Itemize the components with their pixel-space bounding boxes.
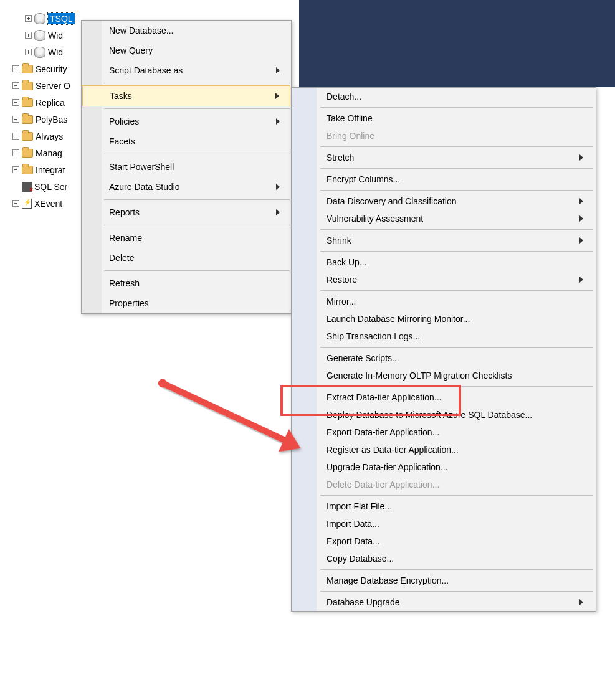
menu-item-label: Delete Data-tier Application... bbox=[327, 480, 439, 490]
expand-icon[interactable] bbox=[12, 65, 19, 72]
background-panel bbox=[299, 0, 615, 87]
menu-separator bbox=[104, 154, 290, 154]
expand-icon[interactable] bbox=[12, 82, 19, 89]
menu-item[interactable]: Ship Transaction Logs... bbox=[292, 328, 596, 345]
menu-item[interactable]: Tasks bbox=[82, 85, 290, 106]
menu-item[interactable]: Properties bbox=[82, 293, 291, 313]
submenu-arrow-icon bbox=[579, 277, 583, 283]
tree-item-label: XEvent bbox=[34, 199, 62, 209]
menu-item[interactable]: Upgrade Data-tier Application... bbox=[292, 458, 596, 476]
expand-icon[interactable] bbox=[12, 149, 19, 156]
menu-item-label: Delete bbox=[109, 253, 134, 263]
menu-item[interactable]: Generate In-Memory OLTP Migration Checkl… bbox=[292, 367, 596, 384]
menu-item-label: Take Offline bbox=[327, 113, 373, 123]
menu-item-label: Back Up... bbox=[327, 257, 367, 267]
menu-item[interactable]: Export Data... bbox=[292, 532, 596, 550]
menu-item-label: Copy Database... bbox=[327, 554, 394, 564]
menu-item-label: Mirror... bbox=[327, 296, 356, 306]
sql-agent-icon bbox=[22, 182, 32, 192]
menu-separator bbox=[320, 591, 593, 592]
folder-icon bbox=[22, 82, 33, 90]
menu-item[interactable]: New Database... bbox=[82, 21, 291, 40]
menu-item[interactable]: Extract Data-tier Application... bbox=[292, 389, 596, 406]
menu-item-label: Rename bbox=[109, 233, 142, 243]
tree-item-label: TSQL bbox=[48, 13, 75, 24]
menu-item[interactable]: Refresh bbox=[82, 273, 291, 293]
menu-item-label: Refresh bbox=[109, 278, 140, 288]
database-context-menu: New Database...New QueryScript Database … bbox=[81, 20, 292, 314]
menu-separator bbox=[320, 347, 593, 348]
menu-item-label: Bring Online bbox=[327, 131, 374, 141]
menu-item[interactable]: Deploy Database to Microsoft Azure SQL D… bbox=[292, 406, 596, 423]
menu-item[interactable]: Vulnerability Assessment bbox=[292, 210, 596, 227]
menu-item[interactable]: Shrink bbox=[292, 232, 596, 249]
menu-separator bbox=[320, 386, 593, 387]
menu-item[interactable]: Detach... bbox=[292, 88, 596, 105]
submenu-arrow-icon bbox=[579, 215, 583, 222]
submenu-arrow-icon bbox=[276, 67, 280, 73]
menu-item[interactable]: Import Data... bbox=[292, 515, 596, 532]
tree-item-label: Security bbox=[36, 64, 67, 74]
menu-item[interactable]: Script Database as bbox=[82, 60, 291, 80]
expand-icon[interactable] bbox=[25, 49, 32, 55]
expand-icon[interactable] bbox=[25, 32, 32, 39]
expand-icon[interactable] bbox=[12, 133, 19, 140]
menu-item[interactable]: Launch Database Mirroring Monitor... bbox=[292, 310, 596, 328]
expand-icon[interactable] bbox=[25, 15, 32, 22]
tree-item-label: Server O bbox=[36, 81, 70, 91]
menu-item-label: Import Flat File... bbox=[327, 501, 392, 511]
submenu-arrow-icon bbox=[275, 93, 279, 99]
menu-item[interactable]: Policies bbox=[82, 111, 291, 131]
menu-item-label: Script Database as bbox=[109, 65, 183, 75]
menu-item[interactable]: Facets bbox=[82, 131, 291, 151]
menu-item[interactable]: Manage Database Encryption... bbox=[292, 572, 596, 589]
menu-item[interactable]: Export Data-tier Application... bbox=[292, 423, 596, 441]
menu-item-label: Ship Transaction Logs... bbox=[327, 331, 420, 341]
menu-item-label: Upgrade Data-tier Application... bbox=[327, 462, 448, 472]
menu-item[interactable]: Generate Scripts... bbox=[292, 349, 596, 367]
menu-item-label: New Query bbox=[109, 45, 153, 55]
menu-separator bbox=[320, 229, 593, 230]
menu-item[interactable]: Stretch bbox=[292, 149, 596, 166]
menu-separator bbox=[104, 199, 290, 200]
folder-icon bbox=[22, 98, 33, 107]
menu-item[interactable]: Database Upgrade bbox=[292, 594, 596, 611]
menu-separator bbox=[320, 190, 593, 191]
menu-item[interactable]: Rename bbox=[82, 228, 291, 248]
menu-item-label: Generate Scripts... bbox=[327, 353, 399, 363]
menu-separator bbox=[320, 495, 593, 496]
menu-item-label: Vulnerability Assessment bbox=[327, 214, 423, 224]
menu-item[interactable]: Register as Data-tier Application... bbox=[292, 441, 596, 458]
menu-item[interactable]: New Query bbox=[82, 40, 291, 60]
menu-item[interactable]: Delete bbox=[82, 248, 291, 268]
tree-item-label: Replica bbox=[36, 98, 65, 108]
menu-item[interactable]: Mirror... bbox=[292, 293, 596, 310]
expand-icon[interactable] bbox=[12, 200, 19, 207]
expand-icon[interactable] bbox=[12, 166, 19, 173]
menu-item[interactable]: Restore bbox=[292, 271, 596, 288]
menu-item[interactable]: Take Offline bbox=[292, 110, 596, 127]
submenu-arrow-icon bbox=[276, 118, 280, 125]
menu-item-label: Start PowerShell bbox=[109, 162, 174, 172]
menu-item[interactable]: Azure Data Studio bbox=[82, 177, 291, 197]
menu-item[interactable]: Data Discovery and Classification bbox=[292, 192, 596, 210]
menu-item[interactable]: Start PowerShell bbox=[82, 157, 291, 177]
expand-icon[interactable] bbox=[12, 116, 19, 123]
tree-item-label: SQL Ser bbox=[34, 182, 67, 192]
tree-item-label: Manag bbox=[36, 148, 62, 158]
menu-item: Bring Online bbox=[292, 127, 596, 144]
menu-item[interactable]: Import Flat File... bbox=[292, 498, 596, 515]
folder-icon bbox=[22, 166, 33, 174]
menu-item[interactable]: Encrypt Columns... bbox=[292, 171, 596, 188]
menu-item-label: Deploy Database to Microsoft Azure SQL D… bbox=[327, 410, 532, 420]
menu-item[interactable]: Reports bbox=[82, 202, 291, 222]
menu-item-label: Detach... bbox=[327, 92, 361, 102]
folder-icon bbox=[22, 149, 33, 158]
menu-item-label: Encrypt Columns... bbox=[327, 174, 400, 184]
annotation-arrow bbox=[161, 380, 288, 443]
menu-item[interactable]: Back Up... bbox=[292, 253, 596, 271]
expand-icon[interactable] bbox=[12, 99, 19, 106]
menu-separator bbox=[104, 225, 290, 225]
menu-item[interactable]: Copy Database... bbox=[292, 550, 596, 567]
menu-separator bbox=[104, 270, 290, 271]
